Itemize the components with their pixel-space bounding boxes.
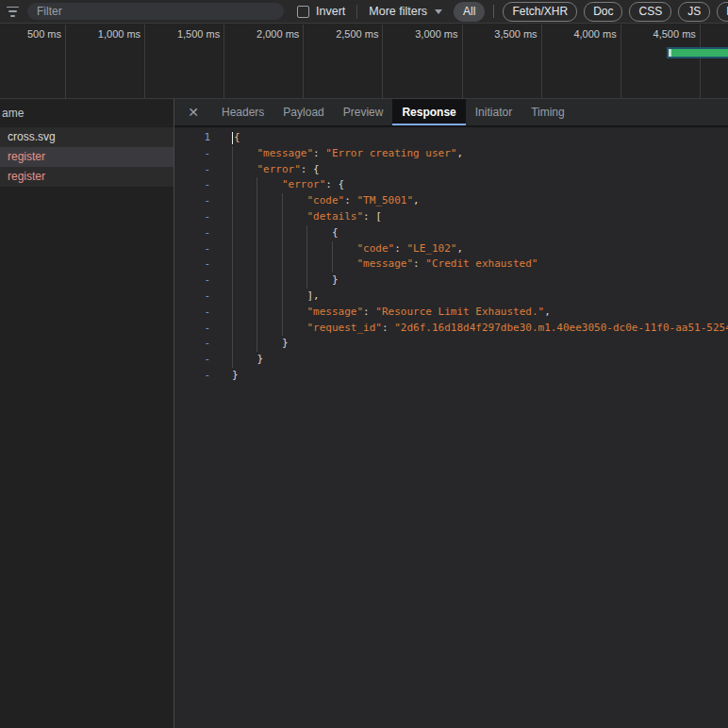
more-filters-button[interactable]: More filters: [369, 5, 442, 18]
invert-label: Invert: [316, 5, 345, 18]
code-line[interactable]: -}: [174, 273, 728, 289]
name-column-header[interactable]: ame: [0, 99, 174, 127]
code-line[interactable]: -"request_id": "2d6f.16d18d4f297dbe30.m1…: [174, 321, 728, 337]
requests-panel: ame cross.svgregisterregister: [0, 99, 174, 728]
token-punctuation: ,: [413, 194, 420, 207]
waterfall-request-bar[interactable]: [667, 47, 728, 58]
indent-guide: [256, 241, 281, 257]
indent-guide: [232, 256, 256, 273]
filter-pill-all[interactable]: All: [454, 2, 485, 22]
response-code-editor[interactable]: 1{-"message": "Error creating user",-"er…: [174, 127, 728, 728]
request-row[interactable]: register: [0, 167, 174, 187]
request-type-filters: AllFetch/XHRDocCSSJSFontImgMe: [454, 2, 728, 22]
filter-pill-fetch-xhr[interactable]: Fetch/XHR: [503, 2, 577, 22]
indent-guide: [282, 273, 306, 289]
tab-preview[interactable]: Preview: [334, 99, 393, 125]
request-details-panel: ✕ HeadersPayloadPreviewResponseInitiator…: [174, 99, 728, 728]
indent-guide: [256, 209, 281, 225]
code-line[interactable]: -"code": "TM_5001",: [174, 193, 728, 209]
code-text: }: [210, 336, 728, 352]
code-line[interactable]: -}: [174, 368, 728, 384]
indent-guide: [282, 289, 306, 305]
close-icon: ✕: [188, 105, 199, 120]
code-text: ],: [210, 289, 728, 305]
token-string: "code": [356, 242, 394, 255]
token-string: "code": [306, 194, 344, 207]
token-punctuation: :: [313, 147, 325, 159]
indent-guide: [256, 193, 281, 209]
indent-guide: [256, 273, 281, 289]
code-line[interactable]: -}: [174, 352, 728, 368]
token-punctuation: :: [382, 322, 394, 334]
code-line[interactable]: -"details": [: [174, 209, 728, 225]
token-string: "message": [356, 257, 413, 270]
indent-guide: [306, 241, 331, 257]
indent-guide: [232, 177, 256, 193]
request-row[interactable]: register: [0, 147, 174, 167]
token-punctuation: }: [232, 369, 239, 381]
token-string: "Credit exhausted": [425, 257, 538, 270]
tab-payload[interactable]: Payload: [273, 99, 333, 125]
token-string: "Error creating user": [325, 147, 456, 159]
indent-guide: [282, 305, 306, 321]
indent-guide: [256, 289, 281, 305]
code-line[interactable]: -{: [174, 225, 728, 241]
token-string: "error": [256, 163, 300, 175]
token-punctuation: ,: [456, 147, 463, 159]
request-row[interactable]: cross.svg: [0, 127, 174, 147]
code-text: "details": [: [210, 209, 728, 225]
timeline-tick-label: 2,000 ms: [223, 28, 299, 40]
filter-pill-js[interactable]: JS: [678, 2, 710, 22]
code-line[interactable]: -"message": "Resource Limit Exhausted.",: [174, 305, 728, 321]
code-text: "code": "LE_102",: [210, 241, 728, 257]
code-line[interactable]: -"error": {: [174, 162, 728, 178]
code-line[interactable]: -"message": "Credit exhausted": [174, 256, 728, 273]
fold-marker: -: [174, 273, 210, 289]
request-rows: cross.svgregisterregister: [0, 127, 174, 187]
code-line[interactable]: -"message": "Error creating user",: [174, 146, 728, 162]
filter-list-icon: [6, 7, 19, 17]
filter-input[interactable]: [27, 3, 284, 20]
filter-pill-doc[interactable]: Doc: [584, 2, 622, 22]
tab-response[interactable]: Response: [392, 99, 465, 125]
fold-marker: -: [174, 289, 210, 305]
network-filter-toolbar: Invert More filters AllFetch/XHRDocCSSJS…: [0, 0, 728, 24]
fold-marker: -: [174, 368, 210, 384]
timeline-tick-label: 4,000 ms: [541, 28, 617, 40]
indent-guide: [282, 321, 306, 337]
fold-marker: -: [174, 162, 210, 178]
invert-checkbox[interactable]: [297, 6, 309, 18]
code-line[interactable]: -"code": "LE_102",: [174, 241, 728, 257]
indent-guide: [332, 256, 356, 273]
chevron-down-icon: [435, 9, 442, 14]
tab-headers[interactable]: Headers: [212, 99, 273, 125]
timeline-tick-label: 3,500 ms: [462, 28, 538, 40]
more-filters-label: More filters: [369, 5, 427, 18]
filter-pill-divider: [493, 5, 494, 18]
filter-pill-font[interactable]: Font: [717, 2, 728, 22]
token-punctuation: :: [413, 257, 425, 270]
timeline-tick-label: 2,500 ms: [303, 28, 378, 40]
close-details-button[interactable]: ✕: [174, 99, 212, 125]
token-string: "message": [256, 147, 313, 159]
tab-initiator[interactable]: Initiator: [466, 99, 521, 125]
indent-guide: [232, 336, 256, 352]
network-overview-timeline: 500 ms1,000 ms1,500 ms2,000 ms2,500 ms3,…: [0, 25, 728, 99]
code-line[interactable]: -}: [174, 336, 728, 352]
indent-guide: [282, 209, 306, 225]
token-punctuation: {: [234, 131, 240, 143]
code-text: "message": "Credit exhausted": [210, 256, 728, 273]
tab-timing[interactable]: Timing: [521, 99, 574, 125]
code-text: "request_id": "2d6f.16d18d4f297dbe30.m1.…: [210, 321, 728, 337]
timeline-gridline: [700, 25, 701, 98]
filter-pill-css[interactable]: CSS: [629, 2, 671, 22]
code-text: }: [210, 368, 728, 384]
token-punctuation: ,: [544, 306, 551, 318]
code-text: "error": {: [210, 177, 728, 193]
code-line[interactable]: 1{: [174, 130, 728, 146]
timeline-tick-label: 1,000 ms: [65, 28, 141, 40]
code-line[interactable]: -],: [174, 289, 728, 305]
token-punctuation: {: [332, 226, 339, 239]
code-text: }: [210, 273, 728, 289]
code-line[interactable]: -"error": {: [174, 177, 728, 193]
